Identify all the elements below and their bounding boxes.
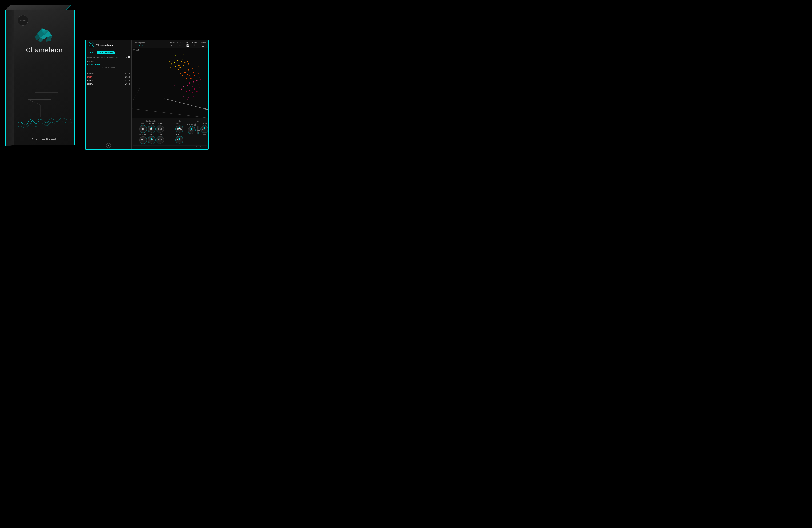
- tab-global[interactable]: Global: [87, 51, 95, 54]
- tab-project[interactable]: set project folder: [97, 51, 115, 54]
- profile-name-active: room1: [87, 76, 93, 78]
- controls-bar: Customization Width 43%: [132, 118, 208, 149]
- strip-num-10[interactable]: 10: [147, 146, 149, 148]
- svg-point-70: [194, 88, 195, 90]
- strip-num-2[interactable]: 2: [135, 146, 136, 148]
- plugin-tabs: Global set project folder: [86, 50, 131, 56]
- profile-length-1: 0.65s: [125, 76, 130, 78]
- strip-num-17[interactable]: 17: [163, 146, 164, 148]
- bass-value: 0.0dB: [158, 139, 162, 141]
- profile-row-room3[interactable]: room3 1.56s: [87, 82, 130, 86]
- drywet-col: Dry/Wet 🎧 27.9: [187, 123, 196, 134]
- unload-icon[interactable]: ✕: [171, 44, 173, 47]
- folders-section: Folders Global Profiles + add sub-folder…: [86, 59, 131, 71]
- strip-num-16[interactable]: 16: [161, 146, 162, 148]
- fader-fill: [198, 132, 199, 134]
- svg-point-81: [187, 100, 188, 101]
- strip-num-14[interactable]: 14: [156, 146, 158, 148]
- svg-point-44: [181, 57, 182, 57]
- refresh-icon[interactable]: ↺: [126, 56, 127, 58]
- bass-knob[interactable]: 0.0dB: [157, 136, 164, 144]
- headphone-icon[interactable]: 🎧: [193, 123, 196, 126]
- highcut-knob[interactable]: 9.4kHz: [176, 136, 183, 144]
- predelay-knob-container[interactable]: 23ms: [139, 136, 147, 144]
- output-fader[interactable]: [197, 126, 200, 134]
- highcut-knob-container[interactable]: 9.4kHz: [175, 136, 184, 144]
- export-icon[interactable]: ⬇: [194, 44, 196, 47]
- save-icon[interactable]: 💾: [186, 44, 189, 47]
- strip-num-6[interactable]: 6: [141, 146, 142, 148]
- width-value: 43%: [141, 128, 145, 130]
- svg-point-51: [192, 68, 193, 69]
- save-action: Save 💾: [186, 41, 190, 47]
- bypass-action: Bypass ⏻: [200, 42, 206, 47]
- svg-point-101: [191, 57, 191, 57]
- strip-num-12[interactable]: 12: [152, 146, 153, 148]
- navigate-arrow[interactable]: →: [87, 41, 89, 44]
- decay-knob[interactable]: 100%: [148, 136, 155, 144]
- bypass-icon[interactable]: ⏻: [202, 44, 204, 47]
- lowcut-knob[interactable]: 247Hz: [176, 126, 183, 133]
- svg-point-16: [31, 121, 32, 122]
- strip-num-13[interactable]: 13: [154, 146, 156, 148]
- strip-num-8[interactable]: 8: [144, 146, 145, 148]
- profile-row-room1[interactable]: room1 0.65s: [87, 75, 130, 79]
- viz-tab-2d[interactable]: 2D: [133, 49, 135, 51]
- add-subfolder-btn[interactable]: + add sub-folder +: [87, 66, 130, 69]
- width-knob[interactable]: 43%: [139, 126, 147, 133]
- svg-point-83: [185, 101, 185, 101]
- unload-label: Unload: [169, 41, 175, 43]
- treble-knob-container[interactable]: 0.0dB: [156, 125, 164, 133]
- svg-point-34: [182, 59, 183, 59]
- reload-icon[interactable]: ↺: [179, 44, 181, 47]
- svg-line-10: [51, 93, 58, 100]
- strip-num-1[interactable]: 1: [134, 146, 135, 148]
- strip-num-18[interactable]: 18: [165, 146, 167, 148]
- profile-bar: Current profile room1* Unload ✕ Reload ↺…: [132, 40, 208, 48]
- box-main: accentize Chameleon: [14, 10, 75, 145]
- svg-point-35: [185, 62, 186, 63]
- strip-num-5[interactable]: 5: [140, 146, 141, 148]
- svg-point-57: [179, 73, 181, 74]
- strip-num-3[interactable]: 3: [137, 146, 138, 148]
- predelay-knob[interactable]: 23ms: [139, 136, 147, 144]
- stretch-knob[interactable]: 54%: [148, 126, 155, 133]
- output-knob-container[interactable]: 0.2dB: [201, 125, 208, 133]
- treble-knob[interactable]: 0.0dB: [157, 126, 164, 133]
- drywet-knob-container[interactable]: 27.9: [188, 126, 195, 134]
- add-profile-btn[interactable]: +: [86, 142, 131, 149]
- decay-knob-container[interactable]: 100%: [148, 136, 156, 144]
- svg-point-19: [61, 120, 61, 121]
- drywet-value: 27.9: [190, 129, 193, 131]
- profile-row-room2[interactable]: room2 0.77s: [87, 79, 130, 82]
- svg-point-55: [189, 75, 190, 76]
- stretch-knob-container[interactable]: 54%: [148, 125, 156, 133]
- strip-num-4[interactable]: 4: [139, 146, 139, 148]
- bass-knob-container[interactable]: 0.0dB: [156, 136, 164, 144]
- svg-point-61: [186, 78, 187, 79]
- svg-point-50: [184, 72, 186, 73]
- plugin-header: Chameleon: [86, 40, 131, 50]
- fader-handle[interactable]: [197, 130, 200, 131]
- lowcut-knob-container[interactable]: 247Hz: [175, 125, 184, 133]
- viz-tab-3d[interactable]: 3D: [136, 49, 139, 51]
- svg-point-80: [193, 96, 194, 97]
- drywet-label-row: Dry/Wet 🎧: [187, 123, 196, 126]
- folder-icon[interactable]: ⬜: [128, 56, 130, 58]
- strip-num-7[interactable]: 7: [143, 146, 144, 148]
- strip-num-9[interactable]: 9: [146, 146, 147, 148]
- controls-groups: Customization Width 43%: [133, 119, 207, 145]
- width-knob-container[interactable]: 43%: [139, 125, 147, 133]
- drywet-knob[interactable]: 27.9: [188, 127, 195, 134]
- global-profiles-folder[interactable]: Global Profiles: [87, 63, 130, 66]
- show-settings-btn[interactable]: Show Settings: [196, 146, 206, 148]
- svg-point-78: [183, 96, 184, 97]
- output-knob[interactable]: 0.2dB: [201, 126, 208, 133]
- strip-num-15[interactable]: 15: [159, 146, 160, 148]
- strip-num-11[interactable]: 11: [149, 146, 151, 148]
- strip-num-20[interactable]: 20: [170, 146, 171, 148]
- strip-numbers: 1 2 3 4 5 6 7 8 9 10 11 12 13 14 15 16 1: [134, 146, 171, 148]
- gain-section: Gain Dry/Wet 🎧 27.9: [188, 119, 207, 145]
- svg-point-77: [178, 92, 179, 93]
- strip-num-19[interactable]: 19: [168, 146, 169, 148]
